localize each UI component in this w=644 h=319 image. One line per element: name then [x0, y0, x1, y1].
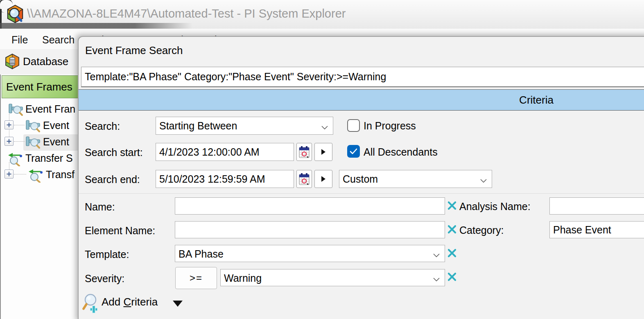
database-button[interactable]: Database — [23, 55, 68, 68]
search-start-input[interactable] — [156, 143, 294, 161]
navigator-panel: Event Frames Event Fran Event — [0, 75, 79, 319]
tree-expand-button[interactable] — [5, 170, 14, 179]
name-input[interactable] — [175, 197, 445, 215]
category-label: Category: — [459, 221, 504, 238]
search-query-input[interactable] — [81, 67, 644, 87]
tree-expand-button[interactable] — [5, 137, 14, 146]
search-end-relative-time-button[interactable] — [314, 170, 332, 188]
clear-x-icon — [447, 201, 457, 210]
chevron-down-icon — [433, 245, 440, 262]
element-name-input[interactable] — [175, 221, 445, 238]
criteria-section-header[interactable]: Criteria — [79, 89, 644, 111]
titlebar-shadow — [0, 23, 192, 29]
search-mode-value: Starting Between — [159, 120, 237, 131]
calendar-icon — [298, 145, 310, 158]
analysis-name-input[interactable] — [549, 197, 644, 215]
tree-item-transfer-searches[interactable]: Transfer S — [25, 152, 73, 164]
search-end-label: Search end: — [85, 170, 140, 188]
right-arrow-icon — [321, 176, 326, 182]
clear-x-icon — [447, 248, 457, 258]
nav-header-event-frames[interactable]: Event Frames — [2, 75, 79, 98]
tree-item-transfer-search[interactable]: Transf — [46, 169, 75, 181]
severity-label: Severity: — [85, 269, 124, 287]
section-divider — [79, 193, 644, 194]
tree-connector — [14, 174, 26, 174]
search-end-input[interactable] — [156, 170, 294, 188]
time-range-preset-dropdown[interactable]: Custom — [339, 170, 492, 188]
tree-connector — [14, 141, 25, 142]
add-criteria-label: Add Criteria — [102, 296, 158, 308]
name-label: Name: — [85, 197, 115, 215]
template-value: BA Phase — [179, 248, 224, 260]
menu-search[interactable]: Search — [42, 34, 75, 46]
transfer-search-icon — [27, 168, 43, 184]
chevron-down-icon — [321, 117, 328, 134]
title-bar: \\AMAZONA-8LE4M47\Automated-Test - PI Sy… — [0, 0, 644, 29]
clear-template-button[interactable] — [447, 248, 457, 260]
analysis-name-label: Analysis Name: — [459, 197, 531, 215]
menu-file[interactable]: File — [11, 34, 28, 46]
search-label: Search: — [85, 116, 120, 134]
search-end-calendar-button[interactable] — [296, 170, 312, 188]
search-start-calendar-button[interactable] — [296, 143, 312, 161]
clear-element-name-button[interactable] — [447, 224, 457, 236]
time-range-preset-value: Custom — [343, 173, 378, 185]
tree-item-event-search[interactable]: Event — [43, 136, 69, 148]
search-start-relative-time-button[interactable] — [314, 143, 332, 161]
calendar-icon — [298, 172, 310, 186]
tree-item-event-frame-searches[interactable]: Event Fran — [25, 103, 75, 115]
add-criteria-magnifier-icon — [82, 293, 101, 314]
dialog-title: Event Frame Search — [85, 44, 183, 57]
tree-expand-button[interactable] — [5, 120, 14, 129]
event-frame-search-icon — [25, 135, 41, 151]
category-input[interactable] — [549, 221, 644, 238]
in-progress-checkbox[interactable] — [347, 119, 360, 132]
clear-x-icon — [447, 272, 457, 282]
template-dropdown[interactable]: BA Phase — [175, 245, 445, 262]
right-arrow-icon — [321, 149, 326, 155]
severity-dropdown[interactable]: Warning — [220, 269, 445, 286]
all-descendants-label: All Descendants — [364, 143, 438, 161]
in-progress-label: In Progress — [364, 117, 416, 135]
window-title: \\AMAZONA-8LE4M47\Automated-Test - PI Sy… — [27, 7, 346, 20]
severity-value: Warning — [224, 272, 262, 284]
database-icon — [4, 53, 20, 71]
dropdown-caret-icon — [173, 301, 183, 307]
tree-connector — [14, 125, 25, 125]
clear-severity-button[interactable] — [447, 272, 457, 283]
severity-operator-button[interactable]: >= — [175, 267, 217, 289]
clear-name-button[interactable] — [447, 201, 457, 212]
transfer-search-icon — [7, 152, 23, 168]
template-label: Template: — [85, 244, 129, 262]
event-frame-search-icon — [25, 119, 41, 134]
event-frame-search-dialog: Event Frame Search Criteria Search: Star… — [78, 36, 644, 319]
search-start-label: Search start: — [85, 143, 143, 161]
element-name-label: Element Name: — [85, 221, 155, 239]
tree-item-event-search[interactable]: Event — [43, 120, 69, 131]
chevron-down-icon — [433, 269, 440, 286]
all-descendants-checkbox[interactable] — [347, 145, 360, 158]
checkmark-icon — [348, 146, 359, 157]
search-mode-dropdown[interactable]: Starting Between — [156, 117, 333, 135]
window-corner — [0, 0, 13, 13]
criteria-header-label: Criteria — [519, 94, 554, 106]
event-frame-search-icon — [8, 102, 24, 118]
add-criteria-button[interactable]: Add Criteria — [82, 293, 258, 314]
clear-x-icon — [447, 224, 457, 234]
chevron-down-icon — [480, 170, 487, 188]
